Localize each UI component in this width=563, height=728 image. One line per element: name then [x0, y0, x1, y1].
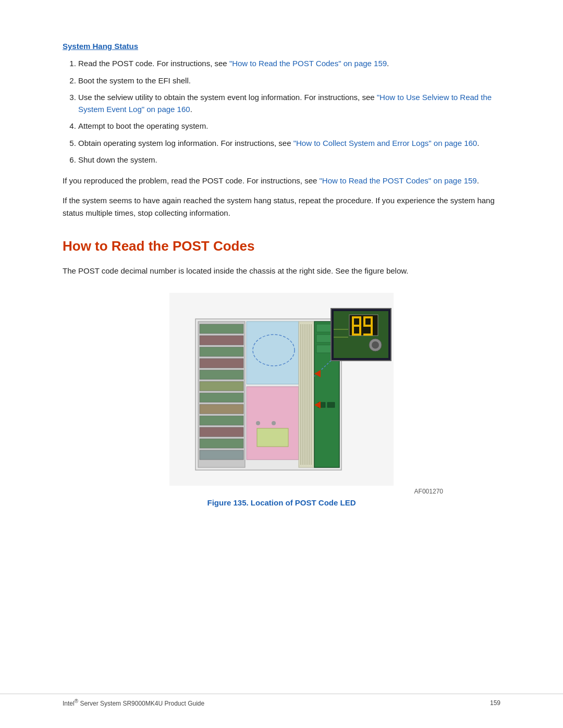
item4-text: Attempt to boot the operating system.	[78, 121, 208, 130]
svg-rect-41	[352, 325, 354, 334]
svg-rect-16	[257, 428, 288, 447]
svg-rect-9	[200, 393, 243, 402]
svg-rect-5	[200, 347, 243, 356]
svg-point-17	[256, 421, 260, 425]
chassis-svg	[169, 293, 394, 486]
para1-after: .	[477, 176, 479, 185]
item5-link[interactable]: "How to Collect System and Error Logs" o…	[293, 139, 478, 147]
svg-rect-11	[200, 416, 243, 425]
svg-rect-12	[200, 427, 243, 437]
item2-text: Boot the system to the EFI shell.	[78, 76, 191, 85]
figure-code: AF001270	[414, 488, 443, 495]
section-heading: System Hang Status	[63, 42, 500, 51]
page: System Hang Status Read the POST code. F…	[0, 0, 563, 728]
figure-container: AF001270 Figure 135. Location of POST Co…	[63, 293, 500, 507]
footer-left-text: Intel® Server System SR9000MK4U Product …	[63, 698, 204, 707]
svg-rect-46	[371, 316, 373, 325]
svg-rect-6	[200, 359, 243, 368]
item1-text: Read the POST code. For instructions, se…	[78, 59, 229, 68]
figure-caption: Figure 135. Location of POST Code LED	[207, 498, 356, 507]
system-hang-status-section: System Hang Status Read the POST code. F…	[63, 42, 500, 219]
post-codes-section: How to Read the POST Codes The POST code…	[63, 238, 500, 507]
svg-rect-7	[200, 370, 243, 379]
footer: Intel® Server System SR9000MK4U Product …	[0, 694, 563, 707]
main-heading: How to Read the POST Codes	[63, 238, 500, 254]
svg-rect-3	[200, 324, 243, 334]
numbered-list: Read the POST code. For instructions, se…	[78, 58, 500, 166]
svg-rect-48	[371, 325, 373, 334]
svg-rect-19	[247, 322, 299, 384]
svg-rect-39	[359, 316, 361, 325]
list-item: Obtain operating system log information.…	[78, 138, 500, 150]
svg-rect-13	[200, 439, 243, 448]
section-body: The POST code decimal number is located …	[63, 265, 500, 277]
item5-text: Obtain operating system log information.…	[78, 139, 293, 147]
list-item: Use the selview utility to obtain the sy…	[78, 92, 500, 115]
svg-rect-14	[200, 450, 243, 460]
item3-after: .	[190, 105, 192, 114]
list-item: Read the POST code. For instructions, se…	[78, 58, 500, 70]
svg-point-18	[272, 421, 276, 425]
svg-rect-43	[352, 334, 361, 336]
list-item: Boot the system to the EFI shell.	[78, 75, 500, 87]
item6-text: Shut down the system.	[78, 155, 157, 164]
svg-rect-42	[359, 325, 361, 334]
para1-plain: If you reproduced the problem, read the …	[63, 176, 319, 185]
item1-after: .	[387, 59, 389, 68]
item5-after: .	[477, 139, 479, 147]
svg-rect-38	[352, 316, 354, 325]
svg-rect-49	[363, 334, 373, 336]
svg-rect-33	[327, 402, 335, 408]
item3-text: Use the selview utility to obtain the sy…	[78, 93, 377, 102]
para1-link[interactable]: "How to Read the POST Codes" on page 159	[319, 176, 476, 185]
svg-point-51	[372, 341, 379, 349]
list-item: Attempt to boot the operating system.	[78, 120, 500, 132]
list-item: Shut down the system.	[78, 154, 500, 166]
para2: If the system seems to have again reache…	[63, 194, 500, 219]
page-number: 159	[490, 699, 500, 707]
para1: If you reproduced the problem, read the …	[63, 175, 500, 187]
svg-rect-4	[200, 336, 243, 345]
svg-rect-8	[200, 381, 243, 391]
svg-rect-10	[200, 404, 243, 414]
figure-image	[169, 293, 394, 486]
svg-rect-45	[363, 316, 365, 325]
item1-link[interactable]: "How to Read the POST Codes" on page 159	[229, 59, 387, 68]
